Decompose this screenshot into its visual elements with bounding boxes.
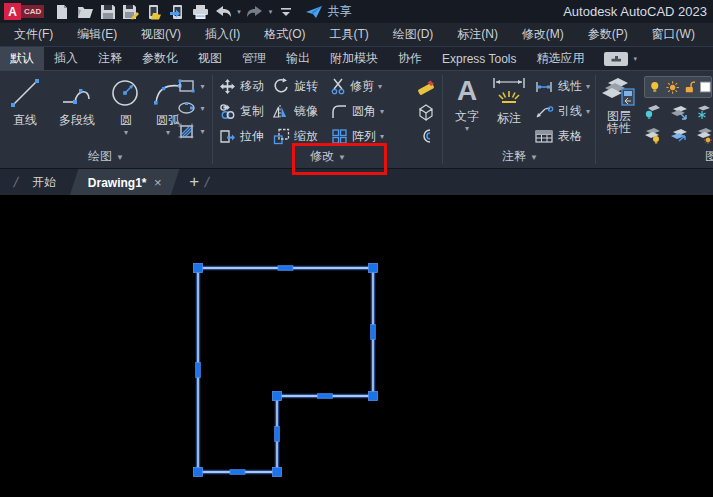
save-to-web-button[interactable] — [167, 2, 187, 21]
layer-isolate-icon[interactable] — [670, 104, 688, 120]
line-button[interactable]: 直线 — [2, 75, 48, 129]
panel-modify-label[interactable]: 修改▼ — [213, 148, 443, 165]
layer-unlock-icon[interactable] — [684, 80, 696, 94]
layer-sun-icon[interactable] — [666, 80, 679, 95]
customize-qat-button[interactable] — [276, 2, 296, 21]
ribbon-tab-annotate[interactable]: 注释 — [88, 47, 132, 70]
arc-caret-icon[interactable]: ▾ — [166, 129, 170, 137]
close-tab-icon[interactable]: × — [154, 175, 162, 190]
new-file-button[interactable] — [52, 2, 72, 21]
mirror-button[interactable]: 镜像 — [273, 99, 329, 124]
layer-snowflake-icon[interactable] — [696, 104, 713, 120]
polyline-button[interactable]: 多段线 — [48, 75, 106, 129]
ribbon-toggle-caret-icon[interactable]: ▾ — [633, 55, 637, 63]
new-drawing-tab-button[interactable]: + — [189, 172, 199, 192]
linear-dim-button[interactable]: 线性 ▾ — [534, 74, 590, 99]
trim-button[interactable]: 修剪 ▾ — [331, 74, 403, 99]
table-button[interactable]: 表格 — [534, 124, 590, 149]
ribbon-tab-express-tools[interactable]: Express Tools — [432, 47, 526, 70]
fillet-button[interactable]: 圆角 ▾ — [331, 99, 403, 124]
move-button[interactable]: 移动 — [219, 74, 271, 99]
dimension-button[interactable]: 标注 — [488, 75, 530, 127]
save-button[interactable] — [98, 2, 118, 21]
grip-midpoint[interactable] — [275, 427, 280, 442]
erase-icon[interactable] — [416, 78, 436, 96]
grip-vertex[interactable] — [194, 468, 203, 477]
open-from-web-button[interactable] — [144, 2, 164, 21]
menu-dimension[interactable]: 标注(N) — [457, 26, 498, 43]
redo-caret-icon[interactable]: ▾ — [269, 8, 273, 16]
menu-file[interactable]: 文件(F) — [14, 26, 53, 43]
ribbon-tab-output[interactable]: 输出 — [276, 47, 320, 70]
stretch-button[interactable]: 拉伸 — [219, 124, 271, 149]
grip-vertex[interactable] — [273, 392, 282, 401]
leader-button[interactable]: 引线 ▾ — [534, 99, 590, 124]
selected-polyline[interactable] — [198, 268, 373, 472]
drawing1-tab[interactable]: Drawing1* × — [70, 169, 180, 196]
offset-icon[interactable] — [416, 128, 436, 144]
grip-vertex[interactable] — [369, 392, 378, 401]
ribbon-tab-featured-apps[interactable]: 精选应用 — [526, 47, 594, 70]
grip-vertex[interactable] — [369, 264, 378, 273]
layer-state-bar[interactable] — [644, 76, 712, 98]
circle-button[interactable]: 圆 ▾ — [106, 75, 146, 137]
ribbon-tab-view[interactable]: 视图 — [188, 47, 232, 70]
plot-button[interactable] — [190, 2, 210, 21]
layer-color-swatch[interactable] — [700, 81, 711, 93]
menu-parametric[interactable]: 参数(P) — [588, 26, 628, 43]
linear-caret-icon[interactable]: ▾ — [586, 82, 590, 91]
grip-midpoint[interactable] — [196, 363, 201, 378]
panel-layers-label[interactable]: 图 — [596, 148, 713, 165]
ribbon-tab-manage[interactable]: 管理 — [232, 47, 276, 70]
layer-properties-button[interactable]: 图层 特性 — [598, 75, 640, 134]
leader-caret-icon[interactable]: ▾ — [586, 107, 590, 116]
explode-icon[interactable] — [416, 103, 436, 121]
menu-format[interactable]: 格式(O) — [264, 26, 305, 43]
grip-midpoint[interactable] — [278, 266, 293, 271]
fillet-caret-icon[interactable]: ▾ — [380, 107, 384, 116]
grip-midpoint[interactable] — [230, 470, 245, 475]
ribbon-display-toggle[interactable]: ▾ — [604, 47, 638, 70]
rotate-button[interactable]: 旋转 — [273, 74, 329, 99]
grip-midpoint[interactable] — [371, 325, 376, 340]
ellipse-button[interactable]: ▾ — [177, 101, 204, 115]
copy-button[interactable]: 复制 — [219, 99, 271, 124]
menu-insert[interactable]: 插入(I) — [205, 26, 240, 43]
rectangle-caret-icon[interactable]: ▾ — [200, 82, 204, 91]
drawing-canvas[interactable] — [0, 195, 713, 496]
share-button[interactable]: 共享 — [305, 3, 351, 20]
trim-caret-icon[interactable]: ▾ — [378, 82, 382, 91]
ellipse-caret-icon[interactable]: ▾ — [200, 104, 204, 113]
menu-edit[interactable]: 编辑(E) — [77, 26, 117, 43]
layer-off-bulb-icon[interactable] — [644, 127, 662, 144]
ribbon-tab-insert[interactable]: 插入 — [44, 47, 88, 70]
grip-midpoint[interactable] — [318, 394, 333, 399]
hatch-caret-icon[interactable]: ▾ — [200, 127, 204, 136]
layer-on-bulb-icon[interactable] — [649, 80, 661, 94]
text-button[interactable]: A 文字 ▾ — [448, 75, 486, 133]
array-button[interactable]: 阵列 ▾ — [331, 124, 403, 149]
menu-window[interactable]: 窗口(W) — [652, 26, 695, 43]
start-tab[interactable]: 开始 — [24, 174, 64, 191]
scale-button[interactable]: 缩放 — [273, 124, 329, 149]
menu-modify[interactable]: 修改(M) — [522, 26, 564, 43]
ribbon-tab-home[interactable]: 默认 — [0, 47, 44, 70]
save-as-button[interactable] — [121, 2, 141, 21]
hatch-button[interactable]: ▾ — [177, 122, 204, 140]
ribbon-tab-addins[interactable]: 附加模块 — [320, 47, 388, 70]
menu-view[interactable]: 视图(V) — [141, 26, 181, 43]
redo-button[interactable] — [245, 2, 265, 21]
panel-draw-label[interactable]: 绘图▼ — [0, 148, 212, 165]
array-caret-icon[interactable]: ▾ — [380, 132, 384, 141]
text-caret-icon[interactable]: ▾ — [465, 125, 469, 133]
layer-thaw-sun-icon[interactable] — [696, 127, 713, 144]
layer-freeze-bulb-icon[interactable] — [644, 104, 662, 120]
undo-caret-icon[interactable]: ▾ — [237, 8, 241, 16]
rectangle-button[interactable]: ▾ — [177, 78, 204, 94]
grip-vertex[interactable] — [194, 264, 203, 273]
open-file-button[interactable] — [75, 2, 95, 21]
autocad-logo[interactable]: A CAD — [4, 3, 44, 20]
layer-match-icon[interactable] — [670, 127, 688, 144]
ribbon-tab-parametric[interactable]: 参数化 — [132, 47, 188, 70]
grip-vertex[interactable] — [273, 468, 282, 477]
